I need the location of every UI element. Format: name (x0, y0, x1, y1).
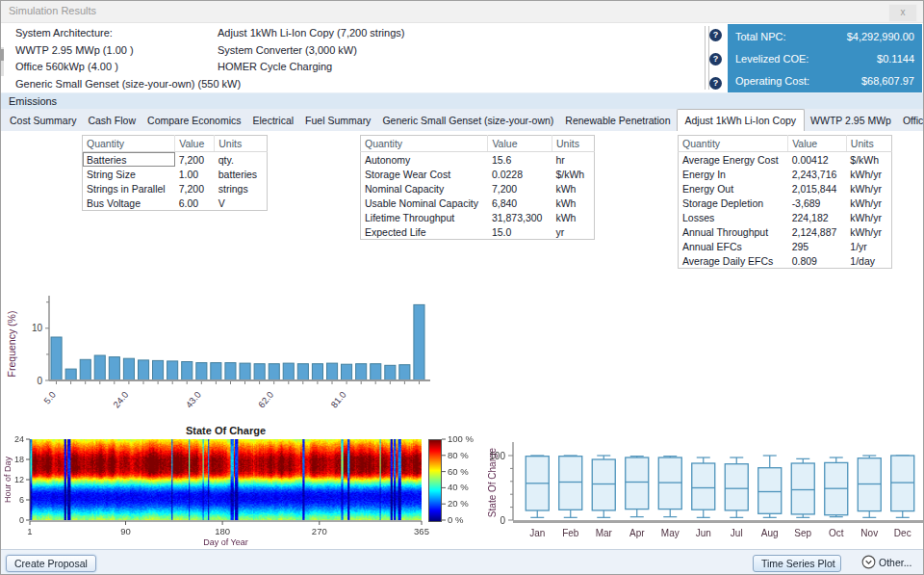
table-row[interactable]: Autonomy15.6hr (361, 152, 595, 168)
svg-text:May: May (661, 528, 680, 538)
value-cell: 295 (788, 239, 847, 253)
column-header[interactable]: Value (488, 136, 552, 152)
table-row[interactable]: Usable Nominal Capacity6,840kWh (361, 196, 595, 210)
table-row[interactable]: Storage Wear Cost0.0228$/kWh (361, 167, 595, 181)
summary-value: $4,292,990.00 (847, 31, 914, 42)
table-header-row: QuantityValueUnits (83, 136, 268, 152)
quantity-cell: Usable Nominal Capacity (361, 196, 488, 210)
column-header[interactable]: Value (175, 136, 215, 152)
svg-text:80 %: 80 % (448, 450, 469, 460)
value-cell: 15.6 (488, 152, 552, 168)
value-cell: 7,200 (175, 152, 215, 168)
units-cell: 1/day (846, 253, 891, 269)
table-row[interactable]: Annual Throughput2,124,887kWh/yr (679, 224, 892, 239)
table-row[interactable]: String Size1.00batteries (83, 167, 268, 181)
emissions-label: Emissions (9, 95, 57, 107)
architecture-line: System Architecture: (15, 25, 241, 42)
table-row[interactable]: Average Daily EFCs0.8091/day (679, 253, 892, 269)
tab-adjust-1kwh-li-ion-copy[interactable]: Adjust 1kWh Li-Ion Copy (677, 109, 806, 131)
stats-table: QuantityValueUnitsAutonomy15.6hrStorage … (360, 135, 595, 240)
svg-text:Aug: Aug (761, 528, 779, 538)
table-row[interactable]: Bus Voltage6.00V (83, 196, 268, 211)
scrollbar-thumb[interactable] (1, 49, 4, 61)
table-row[interactable]: Nominal Capacity7,200kWh (361, 181, 595, 196)
svg-text:90: 90 (120, 526, 131, 536)
quantity-cell: Strings in Parallel (83, 181, 175, 196)
summary-panel: Total NPC:$4,292,990.00Levelized COE:$0.… (728, 24, 922, 93)
tab-compare-economics[interactable]: Compare Economics (141, 111, 246, 131)
quantity-cell: Storage Wear Cost (361, 167, 488, 181)
other-menu[interactable]: Other... (861, 555, 911, 569)
value-cell: 2,243,716 (788, 167, 847, 181)
summary-value: $68,607.97 (861, 75, 914, 87)
column-header[interactable]: Quantity (361, 136, 488, 152)
value-cell: 0.00412 (788, 152, 847, 168)
svg-text:Oct: Oct (829, 528, 844, 538)
soc-monthly-boxplot: State Of Charge0100JanFebMarAprMayJunJul… (484, 423, 924, 552)
tab-bar: Cost SummaryCash FlowCompare EconomicsEl… (1, 109, 923, 131)
units-cell: qty. (215, 152, 268, 168)
svg-text:0: 0 (500, 515, 505, 526)
column-header[interactable]: Units (552, 136, 594, 152)
time-series-plot-button[interactable]: Time Series Plot (753, 555, 841, 572)
table-row[interactable]: Batteries7,200qty. (83, 152, 268, 168)
tab-electrical[interactable]: Electrical (247, 111, 300, 131)
soc-heatmap-canvas (30, 439, 422, 520)
footer-bar: Create Proposal Time Series Plot Other..… (1, 549, 923, 575)
table-row[interactable]: Average Energy Cost0.00412$/kWh (679, 152, 892, 168)
table-row[interactable]: Strings in Parallel7,200strings (83, 181, 268, 196)
quantity-cell: Losses (679, 210, 788, 224)
left-scrollbar[interactable] (1, 47, 4, 76)
value-cell: 31,873,300 (488, 210, 552, 224)
tab-fuel-summary[interactable]: Fuel Summary (299, 111, 376, 131)
svg-text:365: 365 (414, 526, 429, 536)
svg-text:100: 100 (489, 451, 505, 461)
value-cell: 6.00 (175, 196, 215, 211)
units-cell: strings (215, 181, 268, 196)
table-row[interactable]: Lifetime Throughput31,873,300kWh (361, 210, 595, 224)
value-cell: -3,689 (788, 196, 847, 210)
table-row[interactable]: Losses224,182kWh/yr (679, 210, 892, 224)
close-icon[interactable]: x (888, 4, 917, 22)
chevron-down-circle-icon[interactable] (861, 555, 876, 569)
summary-label: Total NPC: (735, 31, 786, 42)
table-row[interactable]: Energy Out2,015,844kWh/yr (679, 181, 892, 196)
column-header[interactable]: Value (788, 136, 847, 152)
tab-generic-small-genset-size-your-own[interactable]: Generic Small Genset (size-your-own) (376, 111, 559, 131)
tab-renewable-penetration[interactable]: Renewable Penetration (559, 111, 676, 131)
units-cell: kWh (552, 196, 594, 210)
tab-cost-summary[interactable]: Cost Summary (4, 111, 82, 131)
table-row[interactable]: Expected Life15.0yr (361, 224, 595, 240)
column-header[interactable]: Quantity (83, 136, 175, 152)
tab-wwtp-2-95-mwp[interactable]: WWTP 2.95 MWp (805, 111, 897, 131)
svg-text:0: 0 (19, 515, 24, 525)
tab-office-560kwp[interactable]: Office 560kWp (897, 111, 924, 131)
value-cell: 7,200 (488, 181, 552, 196)
column-header[interactable]: Units (215, 136, 268, 152)
table-row[interactable]: Storage Depletion-3,689kWh/yr (679, 196, 892, 210)
table-row[interactable]: Energy In2,243,716kWh/yr (679, 167, 892, 181)
question-mark-icon[interactable]: ? (709, 77, 722, 90)
create-proposal-button[interactable]: Create Proposal (6, 555, 96, 572)
quantity-cell: Lifetime Throughput (361, 210, 488, 224)
units-cell: batteries (215, 167, 268, 181)
question-mark-icon[interactable]: ? (709, 29, 722, 41)
svg-text:0 %: 0 % (448, 514, 464, 525)
column-header[interactable]: Units (846, 136, 891, 152)
tab-cash-flow[interactable]: Cash Flow (82, 111, 141, 131)
svg-text:40 %: 40 % (448, 482, 469, 492)
units-cell: V (215, 196, 268, 211)
svg-text:12: 12 (14, 475, 24, 484)
svg-text:Jul: Jul (731, 528, 743, 538)
quantity-cell: Average Energy Cost (679, 152, 788, 168)
title-bar: Simulation Results x (1, 1, 923, 23)
quantity-cell: Annual EFCs (679, 239, 788, 253)
svg-text:Apr: Apr (629, 528, 645, 538)
question-mark-icon[interactable]: ? (709, 53, 722, 65)
column-header[interactable]: Quantity (679, 136, 788, 152)
other-label: Other... (879, 557, 911, 568)
svg-text:Jan: Jan (529, 528, 545, 538)
table-row[interactable]: Annual EFCs2951/yr (679, 239, 892, 253)
svg-text:1: 1 (27, 526, 32, 536)
units-cell: kWh/yr (846, 196, 891, 210)
